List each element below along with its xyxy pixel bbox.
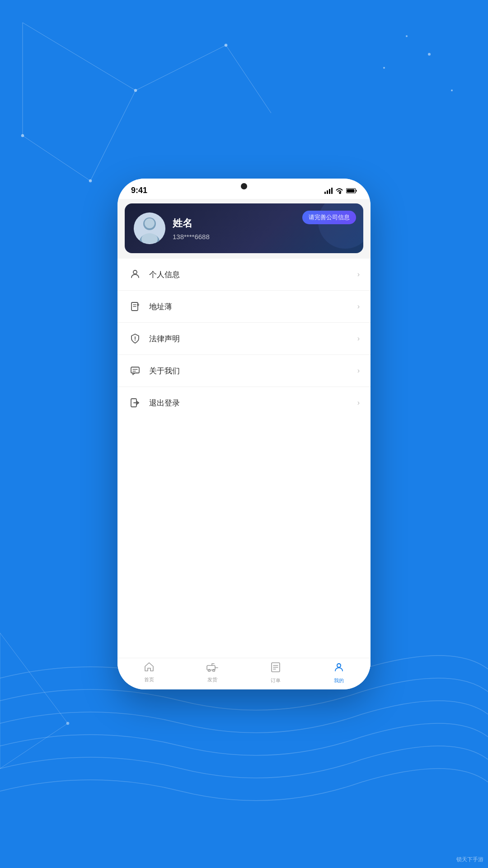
svg-point-11	[428, 53, 431, 56]
svg-point-25	[133, 270, 137, 274]
tab-bar: 首页 发货	[117, 658, 371, 685]
watermark: 锁天下手游	[456, 856, 483, 863]
menu-item-address-book[interactable]: 地址薄 ›	[117, 291, 371, 323]
profile-name: 姓名	[173, 217, 210, 230]
shield-icon	[128, 332, 142, 345]
signal-icon	[324, 188, 333, 194]
phone-frame: 9:41 请完善公司信息	[117, 179, 371, 689]
menu-item-personal-info[interactable]: 个人信息 ›	[117, 259, 371, 291]
chevron-icon: ›	[357, 367, 360, 375]
menu-item-about-us[interactable]: 关于我们 ›	[117, 355, 371, 387]
tab-home[interactable]: 首页	[117, 662, 181, 684]
chevron-icon: ›	[357, 335, 360, 343]
svg-point-6	[134, 89, 137, 92]
camera	[241, 183, 247, 189]
svg-line-14	[0, 633, 68, 723]
notch	[215, 179, 273, 192]
svg-point-13	[451, 90, 453, 91]
tab-orders[interactable]: 订单	[244, 662, 307, 684]
mine-tab-icon	[333, 662, 344, 675]
home-tab-icon	[144, 662, 155, 675]
status-time: 9:41	[131, 186, 147, 195]
chevron-icon: ›	[357, 399, 360, 407]
svg-line-2	[23, 136, 90, 181]
svg-point-17	[66, 722, 69, 725]
profile-card[interactable]: 请完善公司信息 姓名 138****6688	[125, 203, 363, 253]
tab-mine-label: 我的	[334, 677, 344, 684]
menu-item-legal-notice[interactable]: 法律声明 ›	[117, 323, 371, 355]
chevron-icon: ›	[357, 270, 360, 278]
status-icons	[324, 188, 357, 194]
menu-label-logout: 退出登录	[149, 398, 357, 408]
svg-point-12	[383, 67, 385, 69]
svg-point-42	[213, 670, 215, 672]
profile-info: 姓名 138****6688	[173, 217, 210, 241]
menu-label-legal-notice: 法律声明	[149, 334, 357, 344]
svg-line-1	[90, 90, 136, 181]
menu-item-logout[interactable]: 退出登录 ›	[117, 387, 371, 419]
battery-icon	[346, 188, 357, 193]
svg-rect-19	[356, 190, 357, 192]
tab-ship-label: 发货	[207, 676, 217, 683]
tab-home-label: 首页	[144, 676, 154, 683]
ship-tab-icon	[206, 662, 219, 675]
svg-rect-20	[347, 189, 355, 192]
svg-point-48	[337, 664, 341, 667]
svg-line-0	[23, 23, 136, 90]
profile-phone: 138****6688	[173, 233, 210, 241]
svg-point-10	[406, 35, 408, 37]
avatar	[134, 212, 165, 244]
svg-point-23	[145, 218, 155, 228]
person-icon	[128, 268, 142, 281]
svg-point-41	[208, 670, 211, 672]
avatar-svg	[136, 214, 163, 243]
svg-point-9	[89, 179, 92, 182]
wifi-icon	[335, 188, 343, 194]
menu-list: 个人信息 › 地址薄 ›	[117, 259, 371, 685]
tab-mine[interactable]: 我的	[307, 662, 371, 684]
svg-point-33	[135, 340, 136, 341]
svg-point-24	[141, 233, 158, 243]
svg-line-5	[226, 45, 271, 113]
app-content: 请完善公司信息 姓名 138****6688	[117, 199, 371, 685]
svg-rect-34	[131, 367, 139, 373]
tab-ship[interactable]: 发货	[181, 662, 244, 684]
svg-line-15	[0, 723, 68, 769]
menu-label-personal-info: 个人信息	[149, 269, 357, 280]
svg-line-4	[136, 45, 226, 90]
logout-icon	[128, 396, 142, 410]
orders-tab-icon	[271, 662, 281, 675]
tab-orders-label: 订单	[271, 677, 281, 684]
svg-point-7	[225, 44, 227, 47]
address-icon	[128, 300, 142, 313]
menu-label-address-book: 地址薄	[149, 302, 357, 312]
chevron-icon: ›	[357, 302, 360, 311]
svg-point-8	[21, 134, 24, 137]
message-icon	[128, 364, 142, 377]
menu-label-about-us: 关于我们	[149, 366, 357, 376]
complete-company-btn[interactable]: 请完善公司信息	[302, 211, 356, 224]
